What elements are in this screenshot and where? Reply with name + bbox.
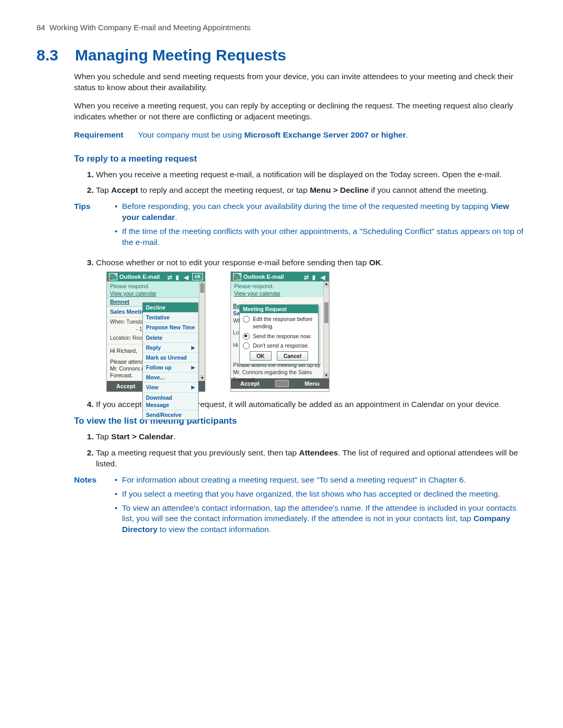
scrollbar[interactable]: ▲ ▼ xyxy=(323,281,329,378)
radio-icon xyxy=(243,316,250,323)
scroll-thumb[interactable] xyxy=(324,302,328,323)
menu-item-download-message[interactable]: Download Message xyxy=(143,393,198,410)
menu-decline-label: Menu > Decline xyxy=(310,186,369,194)
please-respond-text: Please respond. xyxy=(234,283,274,289)
reply-step-2-mid: to reply and accept the meeting request,… xyxy=(138,186,310,194)
scrollbar[interactable]: ▲ ▼ xyxy=(199,281,205,381)
phone-screenshot-menu: Outlook E-mail ⇄ ▮ ◀ ok Please respond. … xyxy=(106,272,205,392)
notes-label: Notes xyxy=(74,475,96,539)
participants-step-2-before: Tap a meeting request that you previousl… xyxy=(96,448,299,457)
radio-dont-send-label: Don't send a response. xyxy=(253,342,309,349)
tips-row: Tips Before responding, you can check yo… xyxy=(74,201,527,251)
accept-label: Accept xyxy=(111,186,138,194)
windows-flag-icon xyxy=(109,273,117,280)
dialog-buttons: OK Cancel xyxy=(243,351,315,361)
radio-icon xyxy=(243,333,250,340)
softkey-accept[interactable]: Accept xyxy=(116,382,136,390)
meeting-request-dialog: Meeting Request Edit the response before… xyxy=(239,304,319,364)
intro-para-1: When you schedule and send meeting reque… xyxy=(74,71,527,93)
signal-icon: ▮ xyxy=(176,274,182,280)
section-body: When you schedule and send meeting reque… xyxy=(74,71,527,538)
bg-line3: Mr. Connors regarding the Sales xyxy=(233,368,322,376)
tip-1-after: . xyxy=(175,213,177,221)
radio-edit-response[interactable]: Edit the response before sending. xyxy=(243,315,315,330)
reply-step-3-after: . xyxy=(381,258,383,267)
radio-send-now[interactable]: Send the response now. xyxy=(243,332,315,340)
radio-icon xyxy=(243,342,250,349)
phone-screenshot-dialog: Outlook E-mail ⇄ ▮ ◀ Please respond. Vie… xyxy=(230,272,329,392)
windows-flag-icon xyxy=(233,273,241,280)
phone-screenshots: Outlook E-mail ⇄ ▮ ◀ ok Please respond. … xyxy=(106,272,527,392)
menu-item-delete[interactable]: Delete xyxy=(143,333,198,343)
radio-dont-send[interactable]: Don't send a response. xyxy=(243,342,315,349)
scroll-up-icon[interactable]: ▲ xyxy=(324,281,329,287)
requirement-text: Your company must be using Microsoft Exc… xyxy=(138,130,408,141)
note-3-before: To view an attendee's contact informatio… xyxy=(122,503,516,523)
dialog-cancel-button[interactable]: Cancel xyxy=(277,351,308,361)
phone2-title: Outlook E-mail xyxy=(243,273,284,281)
titlebar-ok-button[interactable]: ok xyxy=(192,273,203,280)
start-calendar-label: Start > Calendar xyxy=(111,432,173,441)
menu-item-follow-up-label: Follow up xyxy=(146,364,172,371)
phone2-respond-bar: Please respond. View your calendar xyxy=(231,281,329,297)
running-head: 84 Working With Company E-mail and Meeti… xyxy=(36,23,527,32)
participants-step-2: Tap a meeting request that you previousl… xyxy=(96,448,527,470)
please-respond-text: Please respond. xyxy=(110,283,150,289)
tips-list: Before responding, you can check your av… xyxy=(105,201,527,251)
dialog-ok-button[interactable]: OK xyxy=(250,351,272,361)
participants-step-1-before: Tap xyxy=(96,432,111,441)
menu-item-mark-unread[interactable]: Mark as Unread xyxy=(143,353,198,363)
reply-step-2-before: Tap xyxy=(96,186,111,194)
phone1-respond-bar: Please respond. View your calendar xyxy=(107,281,205,297)
menu-item-move[interactable]: Move... xyxy=(143,373,198,382)
phone2-body: Please respond. View your calendar Be Sa… xyxy=(231,281,329,378)
menu-item-reply-label: Reply xyxy=(146,344,161,351)
reply-step-2: Tap Accept to reply and accept the meeti… xyxy=(96,185,527,196)
scroll-thumb[interactable] xyxy=(200,283,204,293)
section-title: Managing Meeting Requests xyxy=(75,46,286,64)
tips-label: Tips xyxy=(74,201,96,251)
menu-item-view[interactable]: View▶ xyxy=(143,382,198,392)
sync-icon: ⇄ xyxy=(304,274,310,280)
ok-label: OK xyxy=(369,258,381,267)
reply-step-3: Choose whether or not to edit your respo… xyxy=(96,257,527,392)
chevron-right-icon: ▶ xyxy=(191,344,195,351)
menu-item-send-receive[interactable]: Send/Receive xyxy=(143,410,198,419)
tip-1-before: Before responding, you can check your av… xyxy=(122,202,491,211)
notes-row: Notes For information about creating a m… xyxy=(74,475,527,539)
tip-2: If the time of the meeting conflicts wit… xyxy=(115,226,527,248)
participants-step-1: Tap Start > Calendar. xyxy=(96,431,527,442)
phone2-titlebar: Outlook E-mail ⇄ ▮ ◀ xyxy=(231,272,329,281)
notes-list: For information about creating a meeting… xyxy=(105,475,527,539)
running-head-text: Working With Company E-mail and Meeting … xyxy=(50,23,251,32)
scroll-down-icon[interactable]: ▼ xyxy=(324,373,329,378)
page: 84 Working With Company E-mail and Meeti… xyxy=(0,0,563,728)
view-your-calendar-link[interactable]: View your calendar xyxy=(234,290,326,297)
menu-item-propose-new-time[interactable]: Propose New Time xyxy=(143,323,198,332)
reply-step-2-after: if you cannot attend the meeting. xyxy=(369,186,488,194)
reply-subhead: To reply to a meeting request xyxy=(74,153,527,165)
sync-icon: ⇄ xyxy=(167,274,174,280)
menu-item-tentative[interactable]: Tentative xyxy=(143,313,198,323)
radio-edit-response-label: Edit the response before sending. xyxy=(253,315,315,330)
tip-1: Before responding, you can check your av… xyxy=(115,201,527,223)
menu-item-decline[interactable]: Decline xyxy=(143,303,198,313)
section-header: 8.3 Managing Meeting Requests xyxy=(36,46,527,64)
phone1-titlebar: Outlook E-mail ⇄ ▮ ◀ ok xyxy=(107,272,205,281)
section-number: 8.3 xyxy=(36,46,66,64)
requirement-row: Requirement Your company must be using M… xyxy=(74,130,527,141)
volume-icon: ◀ xyxy=(184,274,190,280)
requirement-text-before: Your company must be using xyxy=(138,130,244,139)
attendees-label: Attendees xyxy=(299,448,338,457)
radio-send-now-label: Send the response now. xyxy=(253,332,312,340)
note-3-after: to view the contact information. xyxy=(157,525,271,534)
menu-item-follow-up[interactable]: Follow up▶ xyxy=(143,363,198,373)
page-number: 84 xyxy=(36,23,45,32)
participants-steps: Tap Start > Calendar. Tap a meeting requ… xyxy=(74,431,527,470)
signal-icon: ▮ xyxy=(312,274,319,280)
menu-item-reply[interactable]: Reply▶ xyxy=(143,343,198,353)
phone1-title: Outlook E-mail xyxy=(119,273,160,281)
scroll-down-icon[interactable]: ▼ xyxy=(200,375,205,381)
view-your-calendar-link[interactable]: View your calendar xyxy=(110,290,202,297)
reply-step-3-before: Choose whether or not to edit your respo… xyxy=(96,258,369,267)
